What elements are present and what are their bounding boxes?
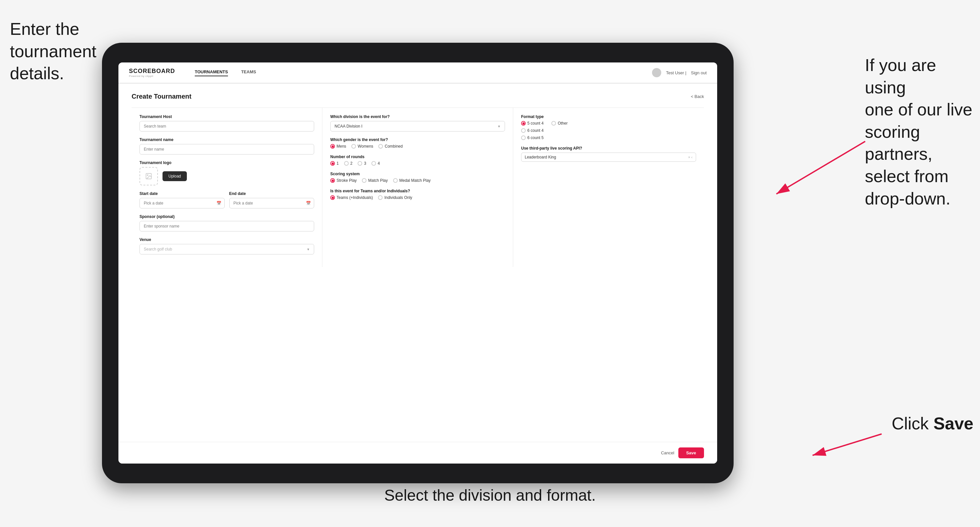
api-input-wrap[interactable]: Leaderboard King × ‹ [521, 152, 696, 162]
gender-label: Which gender is the event for? [330, 137, 505, 142]
click-save-prefix: Click [891, 414, 933, 433]
gender-combined-radio[interactable] [378, 144, 383, 149]
rounds-4[interactable]: 4 [371, 161, 380, 166]
rounds-3-radio[interactable] [358, 161, 362, 166]
format-row-3: 6 count 5 [521, 135, 696, 140]
teams-plus-individuals[interactable]: Teams (+Individuals) [330, 195, 373, 200]
form-footer: Cancel Save [118, 442, 717, 464]
scoring-stroke[interactable]: Stroke Play [330, 178, 356, 183]
format-5count4[interactable]: 5 count 4 [521, 121, 544, 125]
start-date-input[interactable] [140, 198, 225, 208]
teams-individuals-radio[interactable] [378, 195, 383, 200]
end-date-input[interactable] [229, 198, 315, 208]
end-date-label: End date [229, 191, 315, 196]
sponsor-label: Sponsor (optional) [140, 214, 314, 219]
gender-womens-radio[interactable] [352, 144, 356, 149]
api-group: Use third-party live scoring API? Leader… [521, 146, 696, 162]
logo-upload-area: Upload [140, 167, 314, 186]
tournament-logo-group: Tournament logo Upload [140, 160, 314, 186]
svg-point-6 [147, 175, 148, 176]
scoring-medal-match-radio[interactable] [393, 178, 398, 183]
nav-logo-title: SCOREBOARD [129, 68, 175, 75]
save-button[interactable]: Save [678, 448, 704, 458]
gender-mens[interactable]: Mens [330, 144, 346, 149]
format-row-2: 6 count 4 [521, 128, 696, 133]
scoring-match[interactable]: Match Play [362, 178, 388, 183]
venue-group: Venue Search golf club ▼ [140, 237, 314, 254]
nav-teams[interactable]: TEAMS [241, 69, 256, 76]
svg-line-1 [776, 141, 865, 194]
click-save-action: Save [934, 414, 974, 433]
start-date-wrap: 📅 [140, 198, 225, 208]
back-link[interactable]: < Back [691, 94, 704, 99]
tablet-frame: SCOREBOARD Powered by clippit TOURNAMENT… [102, 43, 733, 483]
division-value: NCAA Division I [334, 124, 363, 129]
api-value: Leaderboard King [525, 155, 556, 159]
nav-right: Test User | Sign out [652, 68, 706, 77]
teams-group: Is this event for Teams and/or Individua… [330, 189, 505, 200]
form-col-3: Format type 5 count 4 Other [513, 108, 704, 267]
api-clear-button[interactable]: × ‹ [688, 155, 692, 159]
venue-placeholder: Search golf club [144, 247, 172, 251]
cancel-button[interactable]: Cancel [661, 451, 674, 456]
rounds-2[interactable]: 2 [344, 161, 353, 166]
teams-plus-radio[interactable] [330, 195, 335, 200]
upload-button[interactable]: Upload [162, 171, 187, 181]
gender-womens[interactable]: Womens [352, 144, 373, 149]
format-5count4-radio[interactable] [521, 121, 526, 125]
tournament-name-input[interactable] [140, 144, 314, 154]
format-6count4[interactable]: 6 count 4 [521, 128, 544, 133]
venue-label: Venue [140, 237, 314, 242]
tournament-host-input[interactable] [140, 121, 314, 132]
page-title: Create Tournament [132, 93, 191, 100]
start-date-label: Start date [140, 191, 225, 196]
nav-logo-sub: Powered by clippit [129, 75, 175, 78]
scoring-radio-group: Stroke Play Match Play Medal Match Play [330, 178, 505, 183]
format-other[interactable]: Other [551, 121, 568, 125]
rounds-1-radio[interactable] [330, 161, 335, 166]
rounds-group: Number of rounds 1 2 [330, 154, 505, 166]
date-row: Start date 📅 End date 📅 [140, 191, 314, 208]
scoring-medal-match[interactable]: Medal Match Play [393, 178, 431, 183]
start-date-group: Start date 📅 [140, 191, 225, 208]
form-col-2: Which division is the event for? NCAA Di… [322, 108, 513, 267]
division-label: Which division is the event for? [330, 114, 505, 119]
rounds-3[interactable]: 3 [358, 161, 366, 166]
format-other-radio[interactable] [551, 121, 556, 125]
nav-tournaments[interactable]: TOURNAMENTS [195, 69, 228, 76]
division-group: Which division is the event for? NCAA Di… [330, 114, 505, 132]
scoring-stroke-radio[interactable] [330, 178, 335, 183]
format-6count5[interactable]: 6 count 5 [521, 135, 544, 140]
rounds-1[interactable]: 1 [330, 161, 339, 166]
division-select[interactable]: NCAA Division I ▼ [330, 121, 505, 132]
nav-user: Test User | [666, 70, 686, 75]
teams-individuals-only[interactable]: Individuals Only [378, 195, 412, 200]
annotation-top-left: Enter the tournament details. [10, 18, 108, 85]
format-type-label: Format type [521, 114, 696, 119]
nav-signout[interactable]: Sign out [691, 70, 706, 75]
scoring-match-radio[interactable] [362, 178, 366, 183]
scoring-label: Scoring system [330, 171, 505, 176]
sponsor-input[interactable] [140, 221, 314, 232]
format-6count5-radio[interactable] [521, 135, 526, 140]
annotation-top-right: If you are using one of our live scoring… [865, 54, 977, 210]
main-content: Create Tournament < Back Tournament Host… [118, 84, 717, 442]
format-type-group: Format type 5 count 4 Other [521, 114, 696, 140]
venue-select[interactable]: Search golf club ▼ [140, 244, 314, 254]
nav-avatar [652, 68, 661, 77]
rounds-4-radio[interactable] [371, 161, 376, 166]
gender-group: Which gender is the event for? Mens Wome… [330, 137, 505, 149]
rounds-label: Number of rounds [330, 154, 505, 159]
rounds-2-radio[interactable] [344, 161, 349, 166]
teams-radio-group: Teams (+Individuals) Individuals Only [330, 195, 505, 200]
tournament-host-label: Tournament Host [140, 114, 314, 119]
annotation-bottom-center: Select the division and format. [384, 485, 596, 506]
gender-mens-radio[interactable] [330, 144, 335, 149]
tablet-screen: SCOREBOARD Powered by clippit TOURNAMENT… [118, 62, 717, 464]
sponsor-group: Sponsor (optional) [140, 214, 314, 232]
annotation-bottom-right: Click Save [891, 413, 974, 435]
tournament-host-group: Tournament Host [140, 114, 314, 132]
format-6count4-radio[interactable] [521, 128, 526, 133]
gender-combined[interactable]: Combined [378, 144, 402, 149]
gender-radio-group: Mens Womens Combined [330, 144, 505, 149]
